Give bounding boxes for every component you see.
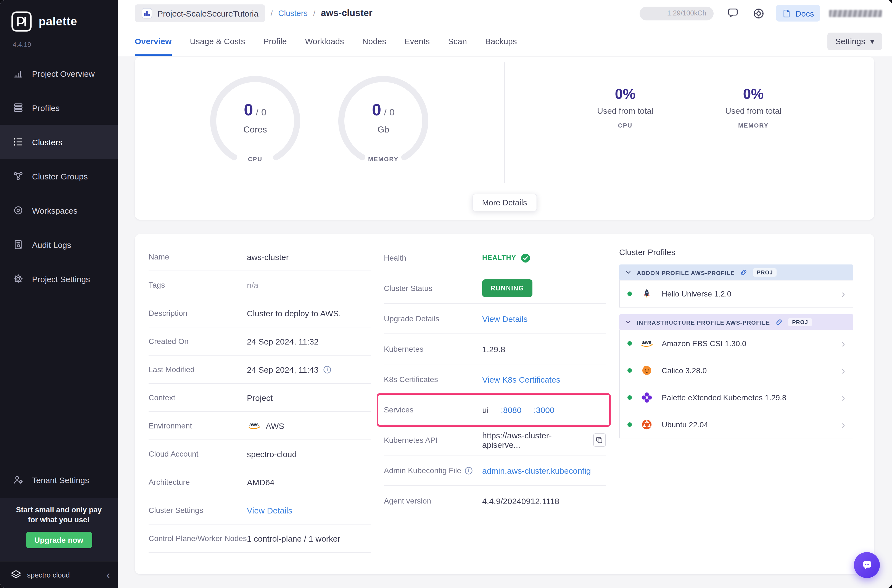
row-context: Context Project [149,384,371,412]
chevron-right-icon: › [841,419,845,430]
sidebar-item-audit-logs[interactable]: Audit Logs [0,228,118,262]
row-agent-version: Agent version 4.4.9/20240912.1118 [384,486,606,516]
breadcrumb-current-cluster: aws-cluster [321,8,372,19]
row-upgrade-details: Upgrade Details View Details [384,304,606,334]
addon-profile-accordion-header[interactable]: ADDON PROFILE AWS-PROFILE PROJ [619,264,853,280]
sidebar-item-project-overview[interactable]: Project Overview [0,56,118,90]
main-area: Project-ScaleSecureTutoria / Clusters / … [118,0,892,588]
document-search-icon [13,239,24,250]
copy-api-button[interactable] [593,434,606,447]
app-version: 4.4.19 [0,32,118,49]
sidebar-item-cluster-groups[interactable]: Cluster Groups [0,159,118,193]
info-icon[interactable] [464,466,473,474]
cpu-gauge: 0 / 0 Cores CPU [208,74,302,168]
memory-gauge: 0 / 0 Gb MEMORY [336,74,430,168]
link-icon[interactable] [775,318,783,326]
chevron-right-icon: › [841,288,845,299]
copy-icon [596,436,604,444]
tab-nodes[interactable]: Nodes [362,27,386,56]
sidebar-item-profiles[interactable]: Profiles [0,90,118,125]
cpu-usage-block: 0% Used from total CPU [570,86,680,129]
profile-pack-amazon-ebs-csi[interactable]: aws Amazon EBS CSI 1.30.0 › [619,330,853,357]
gear-icon [13,273,24,284]
settings-label: Settings [835,36,865,46]
sidebar-menu: Project Overview Profiles Clusters Clust… [0,56,118,296]
sidebar-item-tenant-settings[interactable]: Tenant Settings [0,463,118,497]
details-left-column: Name aws-cluster Tags n/a Description Cl… [149,243,371,553]
profile-pack-palette-extended-k8s[interactable]: Palette eXtended Kubernetes 1.29.8 › [619,384,853,411]
tab-profile[interactable]: Profile [263,27,287,56]
settings-dropdown-button[interactable]: Settings ▾ [827,32,882,50]
profile-pack-ubuntu[interactable]: Ubuntu 22.04 › [619,411,853,438]
breadcrumb-clusters-link[interactable]: Clusters [278,9,308,18]
cpu-used: 0 [244,100,253,119]
service-port-3000-link[interactable]: :3000 [533,405,554,414]
cluster-profiles-panel: Cluster Profiles ADDON PROFILE AWS-PROFI… [619,248,853,438]
profile-pack-calico[interactable]: Calico 3.28.0 › [619,357,853,384]
usage-quota-pill: 1.29/100kCh [640,6,713,20]
brand-name: palette [39,15,77,28]
chat-bubble-icon[interactable] [727,7,739,20]
tab-usage-costs[interactable]: Usage & Costs [190,27,245,56]
footer-brand-name: spectro cloud [27,571,70,579]
hello-universe-icon [638,288,655,299]
collapse-sidebar-icon[interactable]: ‹ [106,570,110,580]
top-bar: Project-ScaleSecureTutoria / Clusters / … [118,0,892,27]
tab-events[interactable]: Events [405,27,430,56]
user-gear-icon [13,474,24,485]
breadcrumb-separator: / [270,9,273,18]
chevron-down-icon [625,319,632,326]
tab-workloads[interactable]: Workloads [305,27,344,56]
service-name: ui [482,405,488,414]
promo-text-line2: for what you use! [28,515,90,525]
tab-overview[interactable]: Overview [135,27,171,56]
row-services: Services ui :8080 :3000 [384,395,606,425]
infrastructure-profile-accordion-header[interactable]: INFRASTRUCTURE PROFILE AWS-PROFILE PROJ [619,314,853,330]
row-health: Health HEALTHY [384,243,606,273]
link-icon[interactable] [740,268,748,277]
info-icon[interactable] [323,365,331,374]
upgrade-now-button[interactable]: Upgrade now [26,531,92,548]
cluster-settings-view-details-link[interactable]: View Details [247,506,293,515]
project-selector[interactable]: Project-ScaleSecureTutoria [135,4,265,22]
sidebar-item-label: Project Settings [32,274,90,284]
memory-used: 0 [372,100,381,119]
chevron-right-icon: › [841,392,845,403]
more-details-button[interactable]: More Details [472,194,537,212]
docs-button[interactable]: Docs [776,5,820,21]
sidebar-item-project-settings[interactable]: Project Settings [0,262,118,296]
upgrade-view-details-link[interactable]: View Details [482,314,528,323]
row-architecture: Architecture AMD64 [149,468,371,496]
row-last-modified: Last Modified 24 Sep 2024, 11:43 [149,356,371,384]
tab-scan[interactable]: Scan [448,27,467,56]
sidebar-item-label: Workspaces [32,206,78,215]
memory-total: 0 [389,107,395,118]
health-status: HEALTHY [482,254,516,262]
service-port-8080-link[interactable]: :8080 [501,405,521,414]
row-tags: Tags n/a [149,271,371,299]
sidebar: palette 4.4.19 Project Overview Profiles… [0,0,118,588]
cluster-details-card: Name aws-cluster Tags n/a Description Cl… [135,234,874,574]
cpu-usage-percent: 0% [570,86,680,103]
row-cluster-settings: Cluster Settings View Details [149,496,371,525]
row-environment: Environment aws AWS [149,412,371,440]
metrics-divider [504,62,505,183]
layers-icon [13,102,24,113]
chevron-down-icon [625,269,632,276]
memory-usage-block: 0% Used from total MEMORY [698,86,809,129]
sidebar-item-label: Clusters [32,137,62,147]
metrics-card: 0 / 0 Cores CPU 0 / 0 Gb [135,57,874,220]
support-chat-fab[interactable] [854,552,880,578]
profile-pack-hello-universe[interactable]: Hello Universe 1.2.0 › [619,280,853,308]
running-status-badge[interactable]: RUNNING [482,279,532,297]
tab-backups[interactable]: Backups [485,27,517,56]
sidebar-item-workspaces[interactable]: Workspaces [0,193,118,228]
user-name-redacted[interactable] [829,10,882,17]
check-circle-icon [521,253,530,262]
view-k8s-certificates-link[interactable]: View K8s Certificates [482,375,560,384]
gauge-ring [336,74,430,168]
docs-icon [782,9,791,18]
help-compass-icon[interactable] [752,7,765,20]
kubeconfig-download-link[interactable]: admin.aws-cluster.kubeconfig [482,466,591,475]
sidebar-item-clusters[interactable]: Clusters [0,125,118,159]
